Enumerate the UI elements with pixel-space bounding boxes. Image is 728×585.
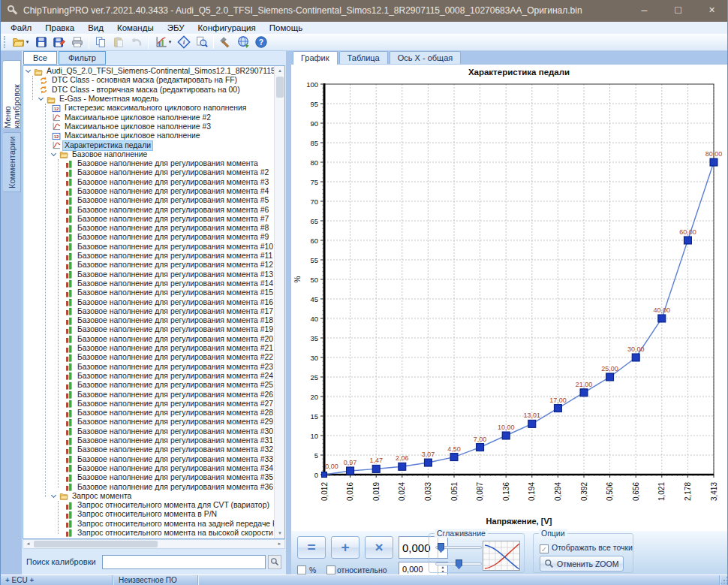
tools-button[interactable] — [216, 35, 234, 50]
view-tab-2[interactable]: Ось X - общая — [390, 51, 462, 64]
show-all-points-checkbox[interactable]: ✓ — [540, 544, 549, 553]
tree-item[interactable]: Базовое наполнение для регулирования мом… — [23, 381, 274, 390]
tree-item[interactable]: Базовое наполнение для регулирования мом… — [23, 445, 274, 454]
tree-item[interactable]: Характеристика педали — [23, 140, 274, 149]
menu-item-6[interactable]: Помощь — [263, 22, 309, 34]
relative-checkbox[interactable] — [326, 565, 335, 574]
slider-thumb[interactable] — [456, 559, 462, 569]
resize-grip[interactable] — [720, 576, 727, 583]
maximize-button[interactable]: □ — [661, 0, 695, 22]
scrollbar-thumb[interactable] — [276, 77, 284, 98]
tree-item[interactable]: Базовое наполнение для регулирования мом… — [23, 363, 274, 372]
tree-item[interactable]: E-Gas - Моментная модель — [23, 95, 274, 104]
tree-item[interactable]: Запрос относительного момента на задней … — [23, 520, 274, 529]
smoothing-slider-1[interactable] — [435, 546, 482, 549]
menu-item-4[interactable]: ЭБУ — [161, 22, 191, 34]
tree-item[interactable]: Базовое наполнение для регулирования мом… — [23, 261, 274, 270]
tree-item[interactable]: Базовое наполнение для регулирования мом… — [23, 464, 274, 473]
tree-item[interactable]: Базовое наполнение для регулирования мом… — [23, 233, 274, 242]
toolbar-drag-handle[interactable] — [4, 36, 6, 48]
tree-item[interactable]: Базовое наполнение для регулирования мом… — [23, 224, 274, 233]
save-as-button[interactable] — [50, 35, 68, 50]
tree-item[interactable]: Базовое наполнение для регулирования мом… — [23, 344, 274, 353]
slider-thumb[interactable] — [438, 543, 444, 553]
scrollbar-thumb[interactable] — [34, 541, 158, 547]
filter-tab-0[interactable]: Все — [23, 51, 57, 65]
tree-item[interactable]: Гистерезис максимального циклового напол… — [23, 104, 274, 113]
undo-button[interactable] — [128, 35, 146, 50]
delete-value-button[interactable]: × — [365, 536, 393, 559]
search-input[interactable] — [102, 555, 266, 569]
save-button[interactable] — [32, 35, 50, 50]
info-button[interactable] — [175, 35, 193, 50]
close-button[interactable]: × — [695, 0, 728, 22]
tree-item[interactable]: DTC Class - основная маска (редактироват… — [23, 76, 274, 85]
tree-item[interactable]: Базовое наполнение для регулирования мом… — [23, 288, 274, 297]
tree-item[interactable]: Запрос момента — [23, 492, 274, 501]
menu-item-3[interactable]: Команды — [110, 22, 161, 34]
tree-item[interactable]: Базовое наполнение для регулирования мом… — [23, 409, 274, 418]
side-tab-1[interactable]: Комментарии — [3, 132, 21, 192]
tree-item[interactable]: Базовое наполнение — [23, 150, 274, 159]
tree-item[interactable]: Базовое наполнение для регулирования мом… — [23, 205, 274, 214]
dropdown-arrow-icon[interactable]: ▾ — [169, 39, 172, 45]
view-tab-1[interactable]: Таблица — [339, 51, 388, 64]
print-button[interactable] — [68, 35, 86, 50]
tree-item[interactable]: Базовое наполнение для регулирования мом… — [23, 196, 274, 205]
tree-vertical-scrollbar[interactable]: ▲ ▼ — [274, 66, 284, 538]
expander-chevron-icon[interactable] — [51, 151, 56, 156]
tree-item[interactable]: Максимальное цикловое наполнение — [23, 131, 274, 140]
title-bar[interactable]: ChipTuningPRO ver.7.2021.40.3433 - Audi_… — [1, 0, 728, 22]
tree-item[interactable]: Базовое наполнение для регулирования мом… — [23, 400, 274, 409]
panel-splitter[interactable] — [286, 51, 291, 574]
tree-item[interactable]: Базовое наполнение для регулирования мом… — [23, 187, 274, 196]
tree-item[interactable]: Базовое наполнение для регулирования мом… — [23, 473, 274, 482]
tree-item[interactable]: Базовое наполнение для регулирования мом… — [23, 307, 274, 316]
tree-item[interactable]: Базовое наполнение для регулирования мом… — [23, 316, 274, 325]
tree-item[interactable]: Базовое наполнение для регулирования мом… — [23, 372, 274, 381]
expander-chevron-icon[interactable] — [26, 68, 31, 73]
tree-item[interactable]: Audi_Q5_2.0_TFSI_Siemens-Continental_Sim… — [23, 67, 274, 76]
expander-chevron-icon[interactable] — [51, 493, 56, 498]
menu-item-2[interactable]: Вид — [81, 22, 110, 34]
tree-item[interactable]: Максимальное цикловое наполнение #3 — [23, 122, 274, 131]
tree-item[interactable]: Базовое наполнение для регулирования мом… — [23, 335, 274, 344]
tree-item[interactable]: Базовое наполнение для регулирования мом… — [23, 297, 274, 306]
expander-chevron-icon[interactable] — [38, 95, 44, 101]
scroll-left-arrow-icon[interactable]: ◄ — [23, 540, 33, 548]
paste-button[interactable] — [110, 35, 128, 50]
scroll-down-arrow-icon[interactable]: ▼ — [275, 529, 285, 538]
menu-item-1[interactable]: Правка — [38, 22, 81, 34]
tree-item[interactable]: Базовое наполнение для регулирования мом… — [23, 427, 274, 436]
tree-item[interactable]: Базовое наполнение для регулирования мом… — [23, 482, 274, 491]
smoothing-slider-2[interactable] — [435, 562, 482, 565]
tree-item[interactable]: Базовое наполнение для регулирования мом… — [23, 270, 274, 279]
cancel-zoom-button[interactable]: Отменить ZOOM — [540, 556, 624, 571]
globe-button[interactable] — [234, 35, 252, 50]
tree-item[interactable]: Базовое наполнение для регулирования мом… — [23, 454, 274, 463]
tree-item[interactable]: Базовое наполнение для регулирования мом… — [23, 279, 274, 288]
search-button[interactable] — [268, 555, 281, 569]
view-tab-0[interactable]: График — [293, 51, 338, 65]
help-button[interactable] — [252, 35, 270, 50]
tree-item[interactable]: Базовое наполнение для регулирования мом… — [23, 390, 274, 399]
menu-item-5[interactable]: Конфигурация — [191, 22, 263, 34]
tree-item[interactable]: Запрос относительного момента на высокой… — [23, 529, 274, 538]
tree-item[interactable]: Базовое наполнение для регулирования мом… — [23, 418, 274, 427]
menu-item-0[interactable]: Файл — [4, 22, 38, 34]
chart-button[interactable]: ▾ — [151, 35, 175, 50]
tree-item[interactable]: Базовое наполнение для регулирования мом… — [23, 325, 274, 334]
zoom-button[interactable] — [193, 35, 211, 50]
tree-item[interactable]: Базовое наполнение для регулирования мом… — [23, 178, 274, 187]
copy-button[interactable] — [92, 35, 110, 50]
tree-item[interactable]: Базовое наполнение для регулирования мом… — [23, 353, 274, 362]
tree-item[interactable]: Базовое наполнение для регулирования мом… — [23, 159, 274, 168]
tree-item[interactable]: Запрос относительного момента для CVT (в… — [23, 501, 274, 510]
tree-item[interactable]: Максимальное цикловое наполнение #2 — [23, 113, 274, 122]
tree-item[interactable]: Базовое наполнение для регулирования мом… — [23, 252, 274, 261]
filter-tab-1[interactable]: Фильтр — [59, 51, 106, 65]
percent-checkbox[interactable] — [297, 565, 306, 574]
scroll-up-arrow-icon[interactable]: ▲ — [275, 66, 285, 76]
tree-item[interactable]: DTC Class - вторичная маска (редактирова… — [23, 86, 274, 95]
add-value-button[interactable]: + — [331, 536, 359, 559]
